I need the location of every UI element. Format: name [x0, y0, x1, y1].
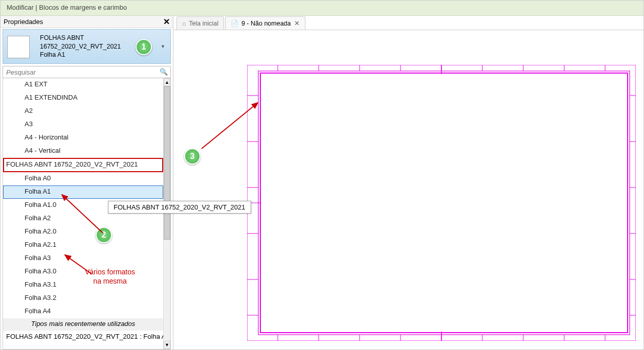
sheet-icon: 📄: [231, 20, 238, 27]
drawing-canvas[interactable]: [173, 30, 643, 349]
svg-rect-0: [247, 65, 636, 341]
annotation-badge-3: 3: [184, 148, 201, 165]
recent-types-header: Tipos mais recentemente utilizados: [3, 318, 163, 331]
scroll-thumb[interactable]: [164, 86, 170, 240]
type-thumbnail: [7, 36, 30, 58]
list-item[interactable]: A1 EXT: [3, 78, 163, 91]
annotation-arrow: [199, 98, 265, 154]
list-item[interactable]: Folha A4: [3, 305, 163, 318]
properties-header: Propriedades ✕: [1, 16, 173, 28]
svg-line-38: [202, 103, 258, 149]
list-item[interactable]: Folha A0: [3, 172, 163, 185]
sheet-graphic: [247, 65, 636, 341]
svg-line-36: [62, 195, 103, 233]
recent-item[interactable]: FOLHAS ABNT 16752_2020_V2_RVT_2021 : Fol…: [3, 331, 163, 344]
list-group-header-highlighted[interactable]: FOLHAS ABNT 16752_2020_V2_RVT_2021: [3, 158, 163, 172]
search-box: 🔍: [3, 66, 171, 78]
svg-rect-1: [258, 71, 630, 335]
annotation-text: Vários formatos na mesma: [85, 267, 135, 286]
title-bar: Modificar | Blocos de margens e carimbo: [1, 1, 643, 16]
type-line1: FOLHAS ABNT: [40, 34, 121, 42]
properties-panel: Propriedades ✕ FOLHAS ABNT 16752_2020_V2…: [1, 16, 173, 349]
tab-home[interactable]: ⌂ Tela inicial: [176, 16, 224, 30]
list-item[interactable]: A2: [3, 105, 163, 118]
list-item[interactable]: A4 - Horizontal: [3, 131, 163, 145]
canvas-panel: ⌂ Tela inicial 📄 9 - Não nomeada ✕: [173, 16, 643, 349]
tab-label: 9 - Não nomeada: [241, 20, 291, 27]
type-line2: 16752_2020_V2_RVT_2021: [40, 42, 121, 51]
type-line3: Folha A1: [40, 51, 121, 59]
svg-rect-2: [260, 73, 628, 333]
scroll-up-icon[interactable]: ▲: [164, 78, 170, 86]
tab-sheet[interactable]: 📄 9 - Não nomeada ✕: [225, 16, 305, 30]
close-icon[interactable]: ✕: [163, 17, 170, 27]
chevron-down-icon[interactable]: ▼: [161, 44, 165, 49]
scrollbar[interactable]: ▲ ▼: [163, 78, 170, 349]
annotation-text-line: na mesma: [85, 276, 135, 286]
type-text: FOLHAS ABNT 16752_2020_V2_RVT_2021 Folha…: [40, 34, 121, 60]
list-item[interactable]: Folha A3.2: [3, 292, 163, 305]
annotation-arrow: [57, 190, 113, 241]
close-icon[interactable]: ✕: [294, 19, 300, 27]
list-item[interactable]: A3: [3, 118, 163, 131]
search-icon[interactable]: 🔍: [160, 68, 168, 76]
search-input[interactable]: [3, 66, 171, 78]
properties-title: Propriedades: [4, 18, 43, 26]
list-item[interactable]: A1 EXTENDINDA: [3, 91, 163, 105]
list-item[interactable]: A4 - Vertical: [3, 145, 163, 158]
home-icon: ⌂: [182, 20, 186, 27]
scroll-down-icon[interactable]: ▼: [164, 341, 170, 349]
tabs-bar: ⌂ Tela inicial 📄 9 - Não nomeada ✕: [173, 16, 643, 30]
annotation-text-line: Vários formatos: [85, 267, 135, 276]
tab-label: Tela inicial: [189, 20, 218, 27]
annotation-badge-1: 1: [136, 39, 152, 55]
tooltip: FOLHAS ABNT 16752_2020_V2_RVT_2021: [108, 201, 251, 214]
